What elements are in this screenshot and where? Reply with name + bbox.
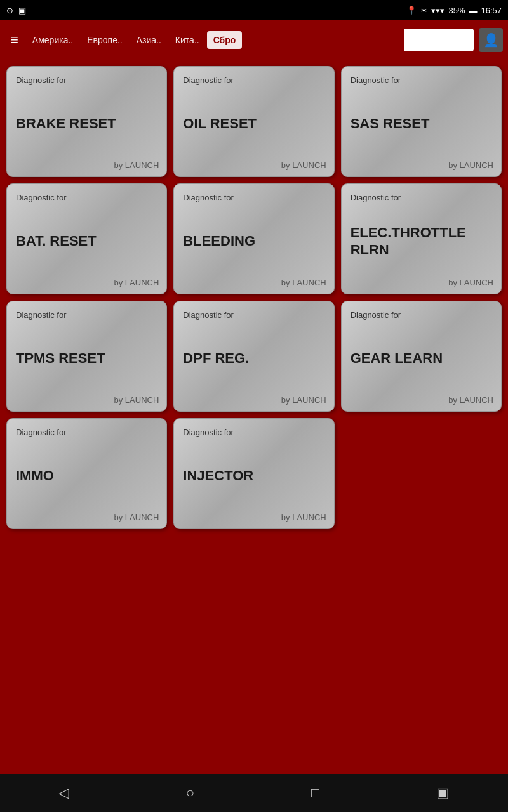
home-button[interactable]: ○: [173, 778, 207, 808]
card-brand: by LAUNCH: [448, 160, 493, 170]
card-brand: by LAUNCH: [114, 278, 159, 287]
status-right-icons: 📍 ✶ ▾▾▾ 35% ▬ 16:57: [406, 6, 502, 15]
search-input[interactable]: [404, 29, 474, 51]
card-title: BLEEDING: [183, 207, 326, 275]
card-title: DPF REG.: [183, 325, 326, 393]
card-tpms-reset[interactable]: Diagnostic for TPMS RESET by LAUNCH: [6, 301, 167, 412]
card-brand: by LAUNCH: [281, 513, 326, 522]
card-title: BAT. RESET: [16, 207, 159, 275]
card-gear-learn[interactable]: Diagnostic for GEAR LEARN by LAUNCH: [341, 301, 502, 412]
card-brand: by LAUNCH: [114, 160, 159, 170]
main-content: Diagnostic for BRAKE RESET by LAUNCH Dia…: [0, 60, 508, 774]
tab-america[interactable]: Америка..: [26, 31, 79, 49]
card-title: GEAR LEARN: [351, 325, 493, 393]
tab-reset[interactable]: Сбро: [207, 31, 243, 49]
nav-tabs: Америка.. Европе.. Азиа.. Кита.. Сбро: [26, 31, 401, 49]
card-sas-reset[interactable]: Diagnostic for SAS RESET by LAUNCH: [341, 66, 502, 177]
card-label: Diagnostic for: [183, 310, 326, 320]
card-label: Diagnostic for: [351, 75, 493, 85]
card-title: OIL RESET: [183, 90, 326, 158]
card-title: ELEC.THROTTLE RLRN: [351, 207, 493, 275]
card-immo[interactable]: Diagnostic for IMMO by LAUNCH: [6, 418, 167, 529]
status-bar: ⊙ ▣ 📍 ✶ ▾▾▾ 35% ▬ 16:57: [0, 0, 508, 20]
card-label: Diagnostic for: [351, 310, 493, 320]
card-label: Diagnostic for: [16, 310, 159, 320]
card-brand: by LAUNCH: [448, 395, 493, 405]
battery-icon: ▬: [469, 6, 477, 15]
card-injector[interactable]: Diagnostic for INJECTOR by LAUNCH: [173, 418, 334, 529]
card-title: INJECTOR: [183, 442, 326, 510]
card-label: Diagnostic for: [183, 75, 326, 85]
bluetooth-icon: ✶: [420, 6, 427, 15]
card-brake-reset[interactable]: Diagnostic for BRAKE RESET by LAUNCH: [6, 66, 167, 177]
alarm-icon: ⊙: [6, 6, 13, 15]
card-elec-throttle[interactable]: Diagnostic for ELEC.THROTTLE RLRN by LAU…: [341, 183, 502, 294]
card-grid: Diagnostic for BRAKE RESET by LAUNCH Dia…: [6, 66, 502, 529]
card-label: Diagnostic for: [16, 75, 159, 85]
recent-apps-button[interactable]: □: [298, 778, 332, 808]
card-brand: by LAUNCH: [281, 160, 326, 170]
card-brand: by LAUNCH: [281, 395, 326, 405]
status-left-icons: ⊙ ▣: [6, 6, 26, 15]
card-bat-reset[interactable]: Diagnostic for BAT. RESET by LAUNCH: [6, 183, 167, 294]
card-title: BRAKE RESET: [16, 90, 159, 158]
card-bleeding[interactable]: Diagnostic for BLEEDING by LAUNCH: [173, 183, 334, 294]
avatar-icon: 👤: [483, 32, 499, 48]
tab-china[interactable]: Кита..: [169, 31, 206, 49]
location-icon: 📍: [406, 6, 417, 15]
card-oil-reset[interactable]: Diagnostic for OIL RESET by LAUNCH: [173, 66, 334, 177]
card-brand: by LAUNCH: [448, 278, 493, 287]
tab-asia[interactable]: Азиа..: [130, 31, 168, 49]
gallery-button[interactable]: ▣: [424, 778, 462, 808]
card-brand: by LAUNCH: [281, 278, 326, 287]
card-brand: by LAUNCH: [114, 395, 159, 405]
card-title: SAS RESET: [351, 90, 493, 158]
card-label: Diagnostic for: [183, 193, 326, 202]
card-label: Diagnostic for: [351, 193, 493, 202]
signal-icon: ▾▾▾: [431, 6, 444, 15]
card-title: IMMO: [16, 442, 159, 510]
photo-icon: ▣: [18, 6, 26, 15]
nav-bar: ≡ Америка.. Европе.. Азиа.. Кита.. Сбро …: [0, 20, 508, 60]
battery-percent: 35%: [448, 6, 465, 15]
avatar-button[interactable]: 👤: [479, 28, 503, 52]
card-label: Diagnostic for: [16, 193, 159, 202]
card-label: Diagnostic for: [16, 428, 159, 437]
card-label: Diagnostic for: [183, 428, 326, 437]
card-dpf-reg[interactable]: Diagnostic for DPF REG. by LAUNCH: [173, 301, 334, 412]
back-button[interactable]: ◁: [46, 778, 82, 808]
clock: 16:57: [481, 6, 502, 15]
tab-europe[interactable]: Европе..: [81, 31, 129, 49]
card-brand: by LAUNCH: [114, 513, 159, 522]
bottom-nav-bar: ◁ ○ □ ▣: [0, 774, 508, 812]
card-title: TPMS RESET: [16, 325, 159, 393]
menu-button[interactable]: ≡: [5, 28, 23, 52]
